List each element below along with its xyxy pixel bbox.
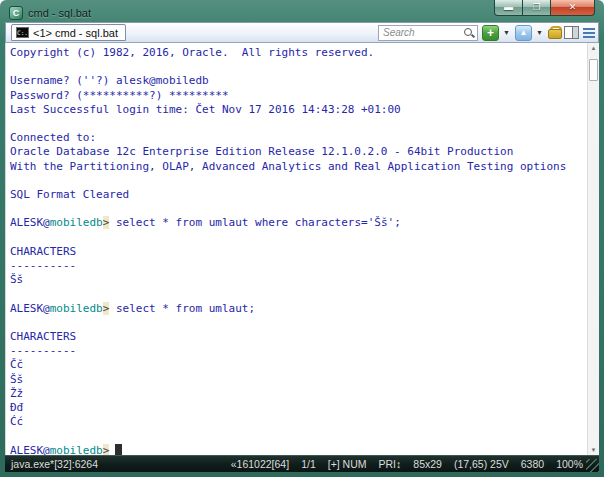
- terminal-line: Oracle Database 12c Enterprise Edition R…: [10, 145, 583, 159]
- scroll-down-icon[interactable]: ▼: [588, 445, 599, 455]
- terminal-line: [10, 117, 583, 131]
- terminal-line: [10, 287, 583, 301]
- tab-cmd-sqlbat[interactable]: C:. <1> cmd - sql.bat: [11, 24, 126, 41]
- terminal[interactable]: Copyright (c) 1982, 2016, Oracle. All ri…: [5, 43, 599, 455]
- terminal-line: Đđ: [10, 401, 583, 415]
- status-process: java.exe*[32]:6264: [11, 458, 98, 470]
- main-menu-icon[interactable]: [583, 27, 595, 39]
- scrollbar[interactable]: ▲ ▼: [587, 43, 599, 455]
- titlebar[interactable]: C cmd - sql.bat ▬ ❐ ✕: [5, 0, 599, 22]
- terminal-line: [10, 60, 583, 74]
- panel-icon[interactable]: [564, 26, 579, 39]
- terminal-line: Ćć: [10, 415, 583, 429]
- window-mode-dropdown-icon[interactable]: ▼: [536, 29, 544, 36]
- app-window: C cmd - sql.bat ▬ ❐ ✕ C:. <1> cmd - sql.…: [0, 0, 604, 477]
- terminal-line: ALESK@mobiledb> select * from umlaut whe…: [10, 216, 583, 230]
- status-console-info: «161022[64]: [231, 458, 289, 470]
- status-console-size: 85x29: [413, 458, 442, 470]
- terminal-line: CHARACTERS: [10, 330, 583, 344]
- terminal-line: Šš: [10, 273, 583, 287]
- terminal-line: CHARACTERS: [10, 245, 583, 259]
- tab-label: <1> cmd - sql.bat: [33, 27, 118, 39]
- terminal-line: ----------: [10, 344, 583, 358]
- scrollbar-thumb[interactable]: [589, 59, 598, 81]
- search-icon[interactable]: [463, 27, 475, 39]
- status-cursor-pos: (17,65) 25V: [454, 458, 509, 470]
- search-input[interactable]: [383, 26, 463, 39]
- window-controls: ▬ ❐ ✕: [494, 0, 595, 16]
- minimize-icon: ▬: [504, 3, 513, 12]
- close-icon: ✕: [569, 3, 577, 12]
- terminal-line: [10, 202, 583, 216]
- terminal-cursor: [115, 444, 122, 455]
- lock-icon[interactable]: [548, 26, 560, 39]
- terminal-line: ALESK@mobiledb> select * from umlaut;: [10, 302, 583, 316]
- minimize-button[interactable]: ▬: [494, 0, 523, 16]
- scroll-up-icon[interactable]: ▲: [588, 43, 599, 53]
- window-mode-button[interactable]: ▲: [515, 25, 532, 41]
- status-zoom: 100%: [556, 458, 583, 470]
- terminal-line: Žž: [10, 387, 583, 401]
- terminal-line: SQL Format Cleared: [10, 188, 583, 202]
- status-bar: java.exe*[32]:6264 «161022[64] 1/1 [+] N…: [5, 455, 599, 472]
- tab-bar: C:. <1> cmd - sql.bat + ▼ ▲ ▼: [5, 22, 599, 43]
- terminal-line: With the Partitioning, OLAP, Advanced An…: [10, 160, 583, 174]
- maximize-button[interactable]: ❐: [523, 0, 550, 16]
- new-console-dropdown-icon[interactable]: ▼: [503, 29, 511, 36]
- terminal-line: [10, 174, 583, 188]
- status-num-lock: [+] NUM: [328, 458, 367, 470]
- status-console-index: 1/1: [301, 458, 316, 470]
- resize-grip[interactable]: [586, 459, 599, 472]
- search-box[interactable]: [378, 25, 478, 41]
- terminal-output: Copyright (c) 1982, 2016, Oracle. All ri…: [6, 43, 599, 455]
- terminal-line: Password? (**********?) *********: [10, 89, 583, 103]
- terminal-line: Čč: [10, 358, 583, 372]
- cmd-icon: C:.: [16, 27, 29, 38]
- terminal-line: [10, 316, 583, 330]
- terminal-line: Copyright (c) 1982, 2016, Oracle. All ri…: [10, 46, 583, 60]
- window-title: cmd - sql.bat: [28, 7, 91, 19]
- status-memory: 6380: [521, 458, 544, 470]
- maximize-icon: ❐: [532, 3, 540, 12]
- terminal-line: Šš: [10, 373, 583, 387]
- terminal-line: Last Successful login time: Čet Nov 17 2…: [10, 103, 583, 117]
- close-button[interactable]: ✕: [550, 0, 595, 16]
- terminal-line: ----------: [10, 259, 583, 273]
- terminal-line: Connected to:: [10, 131, 583, 145]
- new-console-button[interactable]: +: [482, 25, 499, 41]
- arrow-up-icon: ▲: [520, 28, 528, 37]
- terminal-line: ALESK@mobiledb>: [10, 444, 583, 455]
- conemu-app-icon[interactable]: C: [9, 6, 23, 20]
- status-priority: PRI↕: [379, 458, 402, 470]
- tab-toolbar: + ▼ ▲ ▼: [378, 25, 595, 41]
- terminal-line: Username? (''?) alesk@mobiledb: [10, 74, 583, 88]
- terminal-line: [10, 231, 583, 245]
- terminal-line: [10, 429, 583, 443]
